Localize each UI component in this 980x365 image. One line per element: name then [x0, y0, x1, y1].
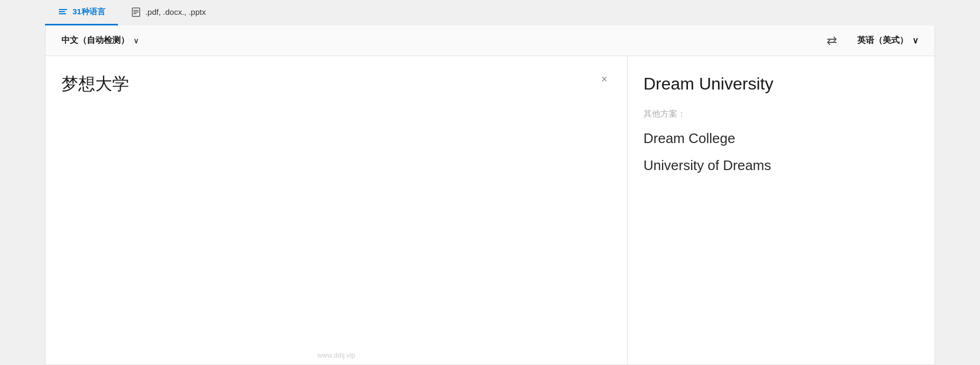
watermark: www.ddij.vip	[317, 351, 356, 359]
source-panel: 梦想大学 × www.ddij.vip	[46, 56, 628, 364]
svg-rect-4	[133, 10, 139, 11]
tab-text-label: 31种语言	[72, 7, 105, 17]
alternative-2[interactable]: University of Dreams	[643, 155, 919, 176]
main-translation: Dream University	[643, 72, 919, 96]
translation-panel: Dream University 其他方案： Dream College Uni…	[628, 56, 934, 364]
clear-button[interactable]: ×	[596, 71, 612, 87]
language-bar: 中文（自动检测） ∨ 英语（美式） ∨	[46, 25, 934, 56]
tab-text[interactable]: 31种语言	[45, 0, 118, 25]
swap-languages-button[interactable]	[822, 31, 841, 50]
source-lang-selector[interactable]: 中文（自动检测） ∨	[61, 35, 139, 46]
target-lang-chevron-icon: ∨	[912, 35, 919, 46]
tab-document-label: .pdf, .docx., .pptx	[146, 7, 206, 16]
target-lang-selector[interactable]: 英语（美式） ∨	[857, 35, 919, 46]
top-bar: 31种语言 .pdf, .docx., .pptx	[0, 0, 980, 25]
source-lang-label: 中文（自动检测）	[61, 35, 129, 46]
alternatives-label: 其他方案：	[643, 109, 919, 120]
source-text[interactable]: 梦想大学	[61, 72, 611, 96]
translation-container: 中文（自动检测） ∨ 英语（美式） ∨ 梦想大学 × www.ddij.vip …	[45, 25, 935, 365]
target-lang-label: 英语（美式）	[857, 35, 908, 46]
translation-panels: 梦想大学 × www.ddij.vip Dream University 其他方…	[46, 56, 934, 364]
tab-document[interactable]: .pdf, .docx., .pptx	[118, 0, 219, 25]
alternative-1[interactable]: Dream College	[643, 128, 919, 149]
svg-rect-1	[59, 11, 65, 12]
svg-rect-5	[133, 12, 139, 13]
svg-rect-2	[59, 13, 66, 14]
svg-rect-0	[59, 9, 67, 10]
doc-tab-icon	[131, 7, 141, 17]
svg-rect-6	[133, 13, 137, 14]
source-lang-chevron-icon: ∨	[133, 37, 139, 45]
text-tab-icon	[58, 7, 68, 17]
